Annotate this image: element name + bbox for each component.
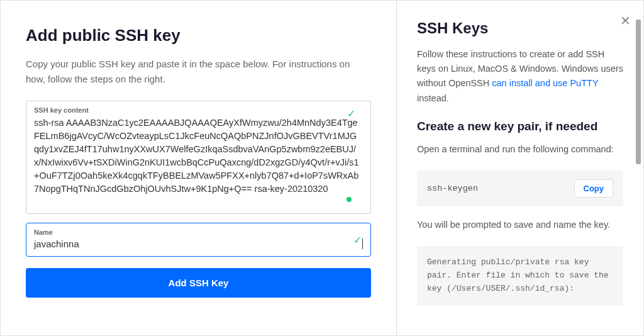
ssh-content-label: SSH key content <box>34 106 363 114</box>
add-key-panel: Add public SSH key Copy your public SSH … <box>1 1 397 335</box>
putty-link[interactable]: can install and use PuTTY <box>492 78 598 88</box>
add-ssh-key-button[interactable]: Add SSH Key <box>26 268 371 298</box>
keygen-command: ssh-keygen <box>427 184 478 193</box>
instructions-panel: ✕ SSH Keys Follow these instructions to … <box>397 1 643 335</box>
page-title: Add public SSH key <box>26 26 371 45</box>
ssh-intro-text: Follow these instructions to create or a… <box>417 47 623 106</box>
prompt-text: You will be prompted to save and name th… <box>417 218 623 232</box>
page-sub: Copy your public SSH key and paste it in… <box>26 57 371 87</box>
checkmark-icon: ✓ <box>353 234 362 246</box>
ssh-keys-heading: SSH Keys <box>417 20 623 37</box>
copy-button[interactable]: Copy <box>574 179 614 198</box>
create-sub-text: Open a terminal and run the following co… <box>417 142 623 157</box>
create-keypair-heading: Create a new key pair, if needed <box>417 120 623 133</box>
ssh-content-input[interactable] <box>34 116 363 204</box>
keygen-output: Generating public/private rsa key pair. … <box>417 246 623 305</box>
status-indicator-icon <box>347 197 352 202</box>
ssh-content-field[interactable]: SSH key content ✓ <box>26 101 371 214</box>
intro-text-2: instead. <box>417 93 449 103</box>
scrollbar[interactable] <box>636 20 641 164</box>
checkmark-icon: ✓ <box>347 108 355 120</box>
name-input[interactable] <box>34 238 363 249</box>
keygen-code-block: ssh-keygen Copy <box>417 171 623 206</box>
name-field[interactable]: Name ✓ <box>26 223 371 257</box>
close-icon[interactable]: ✕ <box>620 13 631 28</box>
name-label: Name <box>34 228 363 236</box>
